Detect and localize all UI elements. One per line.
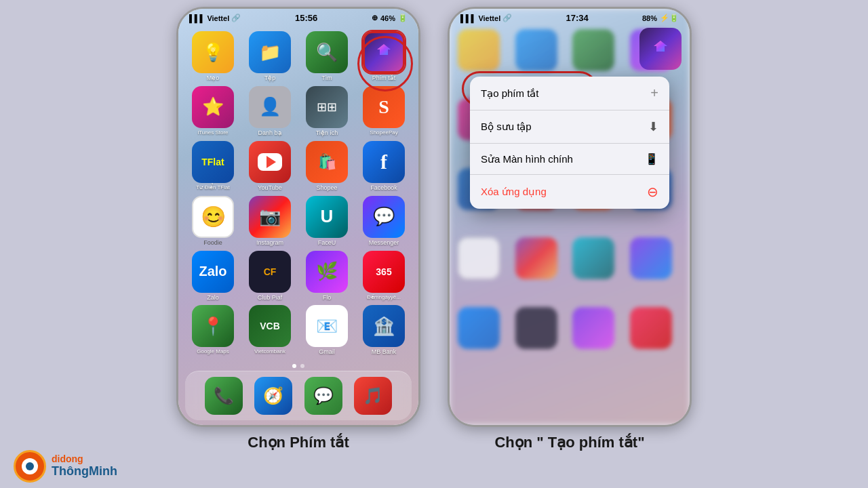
r-app-icon-shortcuts [639,28,682,70]
app-label-shopee2: Shopee [316,185,337,192]
app-icon-youtube [249,141,291,183]
signal-icon: ▌▌▌ [189,14,205,22]
dock-phone[interactable]: 📞 [205,377,243,415]
app-label-vietcombank: Vietcombank [254,349,285,355]
menu-create-icon: + [650,85,658,101]
app-mbbank[interactable]: 🏦 MB Bank [357,305,410,356]
app-clubpiaf[interactable]: CF Club Piaf [243,251,296,302]
app-icon-shopee: S [363,86,405,128]
left-phone-section: ▌▌▌ Viettel 🔗 15:56 ⊕ 46% 🔋 💡 [176,7,420,451]
app-label-itunes: iTunes Store [197,130,228,136]
app-foodie[interactable]: 😊 Foodie [186,196,239,247]
menu-delete-label: Xóa ứng dụng [481,186,547,198]
logo-eye [22,458,38,474]
logo-brand2: ThôngMinh [52,465,117,479]
right-phone-content: ▌▌▌ Viettel 🔗 17:34 88% ⚡🔋 [450,9,690,425]
app-label-tim: Tìm [321,75,332,82]
dot-1 [292,364,296,368]
menu-delete[interactable]: Xóa ứng dụng ⊖ [470,175,669,209]
app-icon-foodie: 😊 [192,196,234,238]
app-label-gmail: Gmail [319,349,335,356]
app-icon-phimtat [363,31,405,73]
app-tim[interactable]: 🔍 Tìm [300,31,353,82]
location-icon: ⊕ [372,14,378,22]
app-icon-365: 365 [363,251,405,293]
menu-collection[interactable]: Bộ sưu tập ⬇ [470,110,669,144]
status-left: ▌▌▌ Viettel 🔗 [189,14,241,22]
app-vietcombank[interactable]: VCB Vietcombank [243,305,296,356]
r-status-right: 88% ⚡🔋 [642,14,679,22]
app-label-mbbank: MB Bank [372,349,397,356]
app-label-tep: Tệp [264,75,276,82]
menu-create[interactable]: Tạo phím tắt + [470,77,669,110]
app-label-maps: Google Maps [197,349,229,355]
r-carrier-name: Viettel [478,14,500,22]
app-icon-tudien: TFlat [192,141,234,183]
left-status-bar: ▌▌▌ Viettel 🔗 15:56 ⊕ 46% 🔋 [178,9,418,26]
app-label-shopee: ShopeePay [370,130,397,136]
app-gmail[interactable]: 📧 Gmail [300,305,353,356]
app-instagram[interactable]: 📷 Instagram [243,196,296,247]
r-signal-icon: ▌▌▌ [460,14,476,22]
left-phone-content: ▌▌▌ Viettel 🔗 15:56 ⊕ 46% 🔋 💡 [178,9,418,425]
app-facebook[interactable]: f Facebook [357,141,410,192]
app-label-foodie: Foodie [203,240,222,247]
app-faceu[interactable]: U FaceU [300,196,353,247]
app-icon-mbbank: 🏦 [363,305,405,347]
app-zalo[interactable]: Zalo Zalo [186,251,239,302]
app-365[interactable]: 365 Đếmngàyyê... [357,251,410,302]
app-label-clubpiaf: Club Piaf [258,295,283,302]
app-label-flo: Flo [323,295,332,302]
app-icon-tep: 📁 [249,31,291,73]
page-dots [178,361,418,371]
menu-edit-home[interactable]: Sửa Màn hình chính 📱 [470,144,669,175]
battery-icon: 🔋 [398,14,408,22]
r-battery-pct: 88% [642,14,657,22]
app-flo[interactable]: 🌿 Flo [300,251,353,302]
app-icon-messenger: 💬 [363,196,405,238]
menu-edit-label: Sửa Màn hình chính [481,153,573,165]
app-icon-vietcombank: VCB [249,305,291,347]
app-label-danhba: Danh bạ [258,130,281,137]
right-status-bar: ▌▌▌ Viettel 🔗 17:34 88% ⚡🔋 [450,9,690,26]
main-container: ▌▌▌ Viettel 🔗 15:56 ⊕ 46% 🔋 💡 [0,0,868,451]
bottom-bar: didong ThôngMinh [0,445,868,488]
dock-icon-music: 🎵 [354,377,392,415]
dock-icon-messages: 💬 [304,377,342,415]
app-tep[interactable]: 📁 Tệp [243,31,296,82]
app-label-365: Đếmngàyyê... [367,295,401,301]
app-label-instagram: Instagram [256,240,283,247]
app-tudien[interactable]: TFlat Từ Điển TFlat [186,141,239,192]
dock-messages[interactable]: 💬 [304,377,342,415]
app-shopee[interactable]: S ShopeePay [357,86,410,137]
logo-text: didong ThôngMinh [52,454,117,478]
app-danhba[interactable]: 👤 Danh bạ [243,86,296,137]
app-label-faceu: FaceU [318,240,336,247]
app-icon-flo: 🌿 [306,251,348,293]
logo-area: didong ThôngMinh [14,450,117,483]
right-phone-section: ▌▌▌ Viettel 🔗 17:34 88% ⚡🔋 [448,7,692,451]
app-youtube[interactable]: YouTube [243,141,296,192]
app-meo[interactable]: 💡 Mẹo [186,31,239,82]
app-shopee2[interactable]: 🛍️ Shopee [300,141,353,192]
app-icon-clubpiaf: CF [249,251,291,293]
app-icon-itunes: ⭐ [192,86,234,128]
dock-icon-safari: 🧭 [254,377,292,415]
dock-music[interactable]: 🎵 [354,377,392,415]
app-messenger[interactable]: 💬 Messenger [357,196,410,247]
r-battery-icon: ⚡🔋 [660,14,679,22]
app-label-facebook: Facebook [370,185,397,192]
time-display: 15:56 [295,13,317,23]
dock-safari[interactable]: 🧭 [254,377,292,415]
context-menu: Tạo phím tắt + Bộ sưu tập ⬇ Sửa Màn hình… [470,77,669,209]
app-tienich[interactable]: ⊞⊞ Tiện ích [300,86,353,137]
app-icon-zalo: Zalo [192,251,234,293]
app-icon-meo: 💡 [192,31,234,73]
app-phimtat[interactable]: Phím tắt [357,31,410,82]
app-grid: 💡 Mẹo 📁 Tệp 🔍 Tìm [178,26,418,361]
menu-delete-icon: ⊖ [647,184,658,200]
menu-create-label: Tạo phím tắt [481,87,539,100]
app-itunes[interactable]: ⭐ iTunes Store [186,86,239,137]
app-maps[interactable]: 📍 Google Maps [186,305,239,356]
right-phone-frame: ▌▌▌ Viettel 🔗 17:34 88% ⚡🔋 [448,7,692,427]
